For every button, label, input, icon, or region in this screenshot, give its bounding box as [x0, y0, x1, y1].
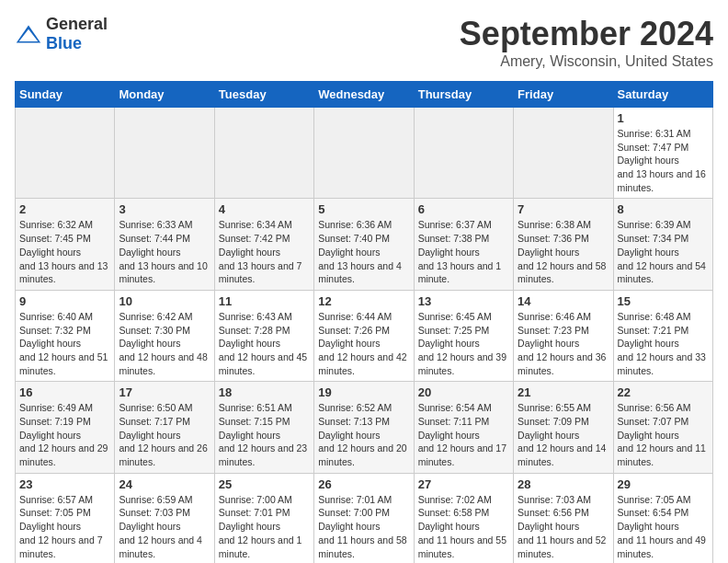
day-number: 5	[318, 202, 409, 216]
logo: General Blue	[15, 15, 108, 53]
day-info: Sunrise: 6:39 AM Sunset: 7:34 PM Dayligh…	[618, 218, 709, 285]
day-cell-5: 5 Sunrise: 6:36 AM Sunset: 7:40 PM Dayli…	[314, 199, 414, 290]
day-info: Sunrise: 6:49 AM Sunset: 7:19 PM Dayligh…	[19, 401, 110, 468]
day-number: 27	[418, 477, 509, 491]
day-cell-10: 10 Sunrise: 6:42 AM Sunset: 7:30 PM Dayl…	[115, 290, 214, 381]
header-tuesday: Tuesday	[214, 82, 313, 108]
day-cell-26: 26 Sunrise: 7:01 AM Sunset: 7:00 PM Dayl…	[314, 473, 414, 563]
day-cell-2: 2 Sunrise: 6:32 AM Sunset: 7:45 PM Dayli…	[16, 199, 115, 290]
day-info: Sunrise: 6:50 AM Sunset: 7:17 PM Dayligh…	[119, 401, 210, 468]
day-cell-23: 23 Sunrise: 6:57 AM Sunset: 7:05 PM Dayl…	[16, 473, 115, 563]
day-number: 22	[618, 385, 709, 399]
header-monday: Monday	[115, 82, 214, 108]
day-number: 25	[219, 477, 310, 491]
day-cell-24: 24 Sunrise: 6:59 AM Sunset: 7:03 PM Dayl…	[115, 473, 214, 563]
day-number: 9	[19, 294, 110, 308]
day-info: Sunrise: 7:01 AM Sunset: 7:00 PM Dayligh…	[318, 493, 409, 560]
day-info: Sunrise: 6:36 AM Sunset: 7:40 PM Dayligh…	[318, 218, 409, 285]
day-cell-28: 28 Sunrise: 7:03 AM Sunset: 6:56 PM Dayl…	[514, 473, 613, 563]
day-cell-15: 15 Sunrise: 6:48 AM Sunset: 7:21 PM Dayl…	[613, 290, 712, 381]
day-info: Sunrise: 7:05 AM Sunset: 6:54 PM Dayligh…	[618, 493, 709, 560]
day-info: Sunrise: 6:31 AM Sunset: 7:47 PM Dayligh…	[618, 127, 709, 194]
calendar-table: Sunday Monday Tuesday Wednesday Thursday…	[15, 81, 713, 563]
day-number: 11	[219, 294, 310, 308]
calendar-week-1: 1 Sunrise: 6:31 AM Sunset: 7:47 PM Dayli…	[16, 108, 713, 199]
day-number: 24	[119, 477, 210, 491]
calendar-week-3: 9 Sunrise: 6:40 AM Sunset: 7:32 PM Dayli…	[16, 290, 713, 381]
calendar-week-2: 2 Sunrise: 6:32 AM Sunset: 7:45 PM Dayli…	[16, 199, 713, 290]
day-cell-7: 7 Sunrise: 6:38 AM Sunset: 7:36 PM Dayli…	[514, 199, 613, 290]
day-info: Sunrise: 7:00 AM Sunset: 7:01 PM Dayligh…	[219, 493, 310, 560]
day-info: Sunrise: 7:02 AM Sunset: 6:58 PM Dayligh…	[418, 493, 509, 560]
day-number: 29	[618, 477, 709, 491]
day-number: 1	[618, 111, 709, 125]
day-info: Sunrise: 6:43 AM Sunset: 7:28 PM Dayligh…	[219, 310, 310, 377]
day-info: Sunrise: 6:46 AM Sunset: 7:23 PM Dayligh…	[518, 310, 609, 377]
day-number: 17	[119, 385, 210, 399]
logo-blue: Blue	[46, 34, 82, 52]
day-cell-27: 27 Sunrise: 7:02 AM Sunset: 6:58 PM Dayl…	[414, 473, 513, 563]
day-cell-6: 6 Sunrise: 6:37 AM Sunset: 7:38 PM Dayli…	[414, 199, 513, 290]
day-info: Sunrise: 6:44 AM Sunset: 7:26 PM Dayligh…	[318, 310, 409, 377]
day-cell-12: 12 Sunrise: 6:44 AM Sunset: 7:26 PM Dayl…	[314, 290, 414, 381]
logo-general: General	[46, 15, 108, 33]
calendar-week-4: 16 Sunrise: 6:49 AM Sunset: 7:19 PM Dayl…	[16, 382, 713, 473]
header-wednesday: Wednesday	[314, 82, 414, 108]
calendar-week-5: 23 Sunrise: 6:57 AM Sunset: 7:05 PM Dayl…	[16, 473, 713, 563]
day-cell-8: 8 Sunrise: 6:39 AM Sunset: 7:34 PM Dayli…	[613, 199, 712, 290]
day-info: Sunrise: 6:56 AM Sunset: 7:07 PM Dayligh…	[618, 401, 709, 468]
day-number: 12	[318, 294, 409, 308]
day-info: Sunrise: 6:48 AM Sunset: 7:21 PM Dayligh…	[618, 310, 709, 377]
day-number: 18	[219, 385, 310, 399]
day-number: 7	[518, 202, 609, 216]
day-cell-13: 13 Sunrise: 6:45 AM Sunset: 7:25 PM Dayl…	[414, 290, 513, 381]
day-number: 23	[19, 477, 110, 491]
day-cell-3: 3 Sunrise: 6:33 AM Sunset: 7:44 PM Dayli…	[115, 199, 214, 290]
calendar-header-row: Sunday Monday Tuesday Wednesday Thursday…	[16, 82, 713, 108]
day-cell-9: 9 Sunrise: 6:40 AM Sunset: 7:32 PM Dayli…	[16, 290, 115, 381]
day-cell-29: 29 Sunrise: 7:05 AM Sunset: 6:54 PM Dayl…	[613, 473, 712, 563]
location-title: Amery, Wisconsin, United States	[460, 53, 713, 70]
day-info: Sunrise: 6:34 AM Sunset: 7:42 PM Dayligh…	[219, 218, 310, 285]
day-number: 26	[318, 477, 409, 491]
day-cell-22: 22 Sunrise: 6:56 AM Sunset: 7:07 PM Dayl…	[613, 382, 712, 473]
day-cell-11: 11 Sunrise: 6:43 AM Sunset: 7:28 PM Dayl…	[214, 290, 313, 381]
day-cell-20: 20 Sunrise: 6:54 AM Sunset: 7:11 PM Dayl…	[414, 382, 513, 473]
day-info: Sunrise: 6:40 AM Sunset: 7:32 PM Dayligh…	[19, 310, 110, 377]
day-number: 20	[418, 385, 509, 399]
day-number: 13	[418, 294, 509, 308]
day-number: 3	[119, 202, 210, 216]
day-number: 2	[19, 202, 110, 216]
day-cell-4: 4 Sunrise: 6:34 AM Sunset: 7:42 PM Dayli…	[214, 199, 313, 290]
day-number: 16	[19, 385, 110, 399]
day-number: 28	[518, 477, 609, 491]
header-sunday: Sunday	[16, 82, 115, 108]
day-cell-14: 14 Sunrise: 6:46 AM Sunset: 7:23 PM Dayl…	[514, 290, 613, 381]
day-info: Sunrise: 6:37 AM Sunset: 7:38 PM Dayligh…	[418, 218, 509, 285]
day-cell-18: 18 Sunrise: 6:51 AM Sunset: 7:15 PM Dayl…	[214, 382, 313, 473]
day-cell-16: 16 Sunrise: 6:49 AM Sunset: 7:19 PM Dayl…	[16, 382, 115, 473]
day-info: Sunrise: 6:33 AM Sunset: 7:44 PM Dayligh…	[119, 218, 210, 285]
day-info: Sunrise: 6:45 AM Sunset: 7:25 PM Dayligh…	[418, 310, 509, 377]
day-info: Sunrise: 7:03 AM Sunset: 6:56 PM Dayligh…	[518, 493, 609, 560]
header-friday: Friday	[514, 82, 613, 108]
day-info: Sunrise: 6:52 AM Sunset: 7:13 PM Dayligh…	[318, 401, 409, 468]
day-info: Sunrise: 6:51 AM Sunset: 7:15 PM Dayligh…	[219, 401, 310, 468]
header-saturday: Saturday	[613, 82, 712, 108]
day-info: Sunrise: 6:59 AM Sunset: 7:03 PM Dayligh…	[119, 493, 210, 560]
day-number: 21	[518, 385, 609, 399]
day-number: 14	[518, 294, 609, 308]
day-number: 15	[618, 294, 709, 308]
day-info: Sunrise: 6:57 AM Sunset: 7:05 PM Dayligh…	[19, 493, 110, 560]
day-info: Sunrise: 6:54 AM Sunset: 7:11 PM Dayligh…	[418, 401, 509, 468]
page-header: General Blue September 2024 Amery, Wisco…	[15, 15, 713, 70]
day-cell-1: 1 Sunrise: 6:31 AM Sunset: 7:47 PM Dayli…	[613, 108, 712, 199]
day-number: 8	[618, 202, 709, 216]
day-cell-17: 17 Sunrise: 6:50 AM Sunset: 7:17 PM Dayl…	[115, 382, 214, 473]
day-number: 10	[119, 294, 210, 308]
logo-icon	[15, 24, 42, 44]
day-cell-21: 21 Sunrise: 6:55 AM Sunset: 7:09 PM Dayl…	[514, 382, 613, 473]
day-info: Sunrise: 6:38 AM Sunset: 7:36 PM Dayligh…	[518, 218, 609, 285]
day-info: Sunrise: 6:42 AM Sunset: 7:30 PM Dayligh…	[119, 310, 210, 377]
day-info: Sunrise: 6:32 AM Sunset: 7:45 PM Dayligh…	[19, 218, 110, 285]
